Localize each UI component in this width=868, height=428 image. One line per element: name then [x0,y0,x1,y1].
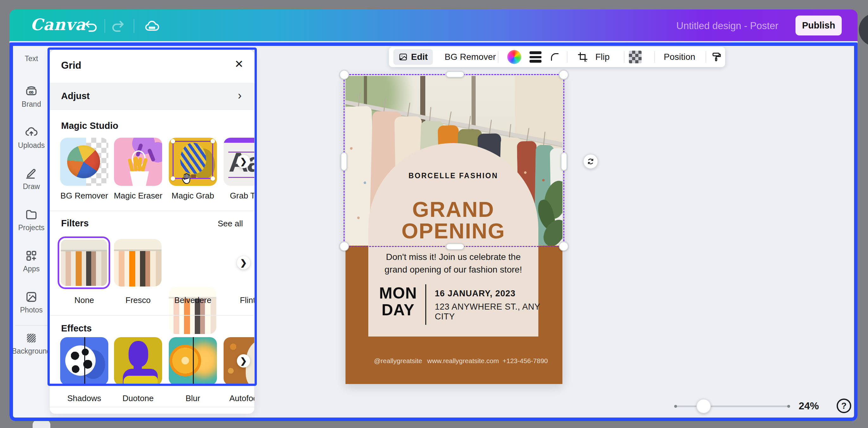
filter-tile-belvedere[interactable] [169,287,216,334]
sidebar-item-label: Photos [20,306,43,315]
filter-thumb-none [61,240,107,286]
paint-roller-icon[interactable] [710,51,723,63]
poster-title-line2[interactable]: OPENING [368,219,538,243]
zoom-slider-track[interactable] [676,405,789,407]
zoom-percentage[interactable]: 24% [799,400,819,412]
poster-title-line1[interactable]: GRAND [368,197,538,222]
zoom-track-min-dot [674,405,677,408]
poster-footer-site[interactable]: www.reallygreatsite.com [427,357,499,365]
curve-icon[interactable] [549,51,561,63]
sidebar-item-label: Uploads [18,141,45,150]
poster-address-text[interactable]: 123 ANYWHERE ST., ANY CITY [435,302,562,322]
photo-icon [24,290,38,304]
pencil-icon [24,166,38,180]
topbar-divider [104,19,105,33]
apps-grid-icon [24,249,38,263]
effect-tile-blur[interactable] [169,337,217,385]
undo-icon[interactable] [83,18,99,34]
levels-icon[interactable] [529,51,541,63]
magic-tile-magic-grab[interactable] [169,138,217,186]
tile-label: BG Remover [57,191,112,201]
sidebar-item-text[interactable]: Text [13,55,50,63]
rotate-handle[interactable] [583,154,598,169]
cloud-sync-icon[interactable] [144,18,160,34]
effect-tile-shadows[interactable] [60,337,108,385]
panel-divider [50,315,254,316]
poster-date-text[interactable]: 16 JANUARY, 2023 [435,289,516,299]
upload-cloud-icon [24,125,38,139]
design-title[interactable]: Untitled design - Poster [676,20,778,32]
help-button[interactable]: ? [837,399,851,413]
edit-photo-icon [398,52,408,62]
hanger-art [468,116,471,131]
resize-handle-se[interactable] [559,241,568,251]
poster-brand-text[interactable]: BORCELLE FASHION [368,172,538,180]
carousel-next-icon[interactable]: ❯ [237,256,250,269]
avatar-cutoff-circle [859,13,868,46]
filter-tile-none-selected[interactable] [58,236,110,289]
sidebar-item-apps[interactable]: Apps [13,249,50,273]
resize-handle-sw[interactable] [339,241,349,251]
magic-tile-magic-eraser[interactable] [114,138,162,186]
tile-label: Blur [166,394,220,403]
sidebar-item-photos[interactable]: Photos [13,290,50,315]
sidebar-item-uploads[interactable]: Uploads [13,125,50,150]
zoom-slider-thumb[interactable] [696,399,711,414]
edit-button[interactable]: Edit [393,49,433,65]
panel-divider [50,109,254,110]
sidebar-divider [15,325,48,326]
screen: Canva Untitled design - Poster Publish T… [0,0,868,428]
magic-tile-bg-remover[interactable] [60,138,108,186]
poster-body-text[interactable]: Don't miss it! Join us celebrate the gra… [368,251,538,276]
poster-design[interactable]: BORCELLE FASHION GRAND OPENING Don't mis… [345,76,562,384]
tile-label: Grab Text [220,191,254,201]
carousel-next-icon[interactable]: ❯ [237,354,250,367]
top-bar: Canva Untitled design - Poster Publish [9,9,858,41]
resize-handle-top[interactable] [446,71,464,77]
filters-see-all-link[interactable]: See all [218,219,243,229]
tile-label: Shadows [57,394,112,403]
bg-remover-button[interactable]: BG Remover [444,52,496,62]
sidebar-item-label: Draw [23,182,40,191]
orange-slice-art [169,345,201,376]
brand-icon: co [24,84,38,98]
sidebar-item-label: Projects [18,224,44,232]
filters-heading: Filters [61,218,89,229]
position-button[interactable]: Position [664,52,695,62]
effect-tile-duotone[interactable] [114,337,162,385]
tile-label: Flint [220,295,254,305]
sidebar-item-background[interactable]: Background [13,331,50,356]
handle-dot [211,176,215,181]
crop-icon[interactable] [576,51,589,63]
close-icon[interactable]: ✕ [235,59,244,69]
svg-text:co: co [29,90,34,94]
tile-label: Magic Grab [166,191,220,201]
adjust-row[interactable]: Adjust › [50,83,254,109]
grab-text-art [224,138,254,143]
carousel-next-icon[interactable]: ❯ [237,155,250,168]
transparency-icon[interactable] [629,51,642,63]
adjust-label: Adjust [61,91,90,101]
sidebar-item-brand[interactable]: co Brand [13,84,50,108]
resize-handle-left[interactable] [341,152,347,171]
flip-button[interactable]: Flip [595,52,610,62]
filter-tile-fresco[interactable] [114,239,161,287]
sidebar-item-draw[interactable]: Draw [13,166,50,191]
sidebar-item-projects[interactable]: Projects [13,208,50,232]
poster-footer-handle[interactable]: @reallygreatsite [374,357,422,365]
tile-label: Belvedere [166,295,220,305]
tile-label: Duotone [111,394,165,403]
resize-handle-nw[interactable] [339,70,349,79]
canva-logo[interactable]: Canva [30,15,86,34]
color-wheel-icon[interactable] [507,50,521,64]
redo-icon[interactable] [110,18,126,34]
handle-dot [171,139,175,143]
tile-label: Fresco [111,295,165,305]
poster-footer-phone[interactable]: +123-456-7890 [502,357,548,365]
poster-divider-line [425,284,426,325]
resize-handle-right[interactable] [561,152,567,171]
resize-handle-ne[interactable] [559,70,568,79]
publish-button[interactable]: Publish [796,15,842,35]
resize-handle-bottom[interactable] [446,243,464,250]
poster-day-text[interactable]: MON DAY [376,285,420,318]
